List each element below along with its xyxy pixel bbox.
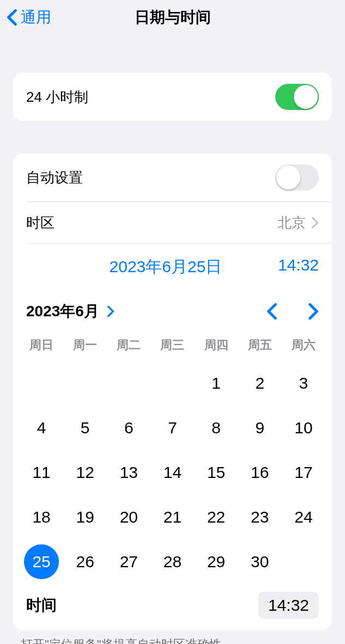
calendar-day[interactable]: 30: [238, 539, 282, 584]
calendar-empty-cell: [107, 361, 150, 406]
row-time-inline: 时间 14:32: [13, 590, 332, 630]
weekday-label: 周三: [150, 333, 194, 358]
calendar-day[interactable]: 13: [107, 450, 150, 495]
back-label: 通用: [21, 7, 51, 28]
calendar-day[interactable]: 10: [282, 406, 325, 450]
calendar-empty-cell: [20, 361, 63, 406]
calendar-day[interactable]: 5: [63, 406, 107, 450]
row-autoset: 自动设置: [13, 154, 332, 201]
calendar-day[interactable]: 16: [238, 450, 282, 495]
calendar-empty-cell: [63, 361, 107, 406]
row-timezone[interactable]: 时区 北京: [13, 202, 332, 243]
chevron-left-icon: [7, 9, 17, 26]
weekday-header: 周日周一周二周三周四周五周六: [13, 327, 332, 358]
row-24h: 24 小时制: [13, 73, 332, 121]
calendar-day[interactable]: 29: [195, 539, 238, 584]
calendar-day[interactable]: 21: [150, 495, 194, 539]
weekday-label: 周二: [107, 333, 150, 358]
row-selected-datetime: 2023年6月25日 14:32: [13, 244, 332, 288]
calendar-day[interactable]: 8: [195, 406, 238, 450]
selected-time-button[interactable]: 14:32: [278, 256, 319, 278]
calendar-grid: 1234567891011121314151617181920212223242…: [13, 358, 332, 590]
calendar-day[interactable]: 1: [195, 361, 238, 406]
calendar-day[interactable]: 26: [63, 539, 107, 584]
calendar-day[interactable]: 23: [238, 495, 282, 539]
calendar-day[interactable]: 15: [195, 450, 238, 495]
value-timezone: 北京: [277, 213, 319, 232]
settings-group-datetime: 自动设置 时区 北京 2023年6月25日 14:32 2023年6月 周日周一…: [13, 154, 332, 630]
page-title: 日期与时间: [0, 7, 345, 28]
calendar-day[interactable]: 22: [195, 495, 238, 539]
navbar: 通用 日期与时间: [0, 0, 345, 35]
month-label: 2023年6月: [26, 301, 99, 322]
weekday-label: 周日: [20, 333, 63, 358]
calendar-day[interactable]: 28: [150, 539, 194, 584]
calendar-day[interactable]: 24: [282, 495, 325, 539]
calendar-day[interactable]: 4: [20, 406, 63, 450]
calendar-empty-cell: [150, 361, 194, 406]
calendar-day[interactable]: 3: [282, 361, 325, 406]
selected-date-button[interactable]: 2023年6月25日: [53, 256, 278, 278]
calendar-day[interactable]: 6: [107, 406, 150, 450]
calendar-day[interactable]: 12: [63, 450, 107, 495]
weekday-label: 周四: [195, 333, 238, 358]
calendar-day[interactable]: 19: [63, 495, 107, 539]
settings-group-display: 24 小时制: [13, 73, 332, 121]
calendar-day[interactable]: 17: [282, 450, 325, 495]
calendar-day[interactable]: 11: [20, 450, 63, 495]
calendar-day[interactable]: 27: [107, 539, 150, 584]
calendar-day[interactable]: 14: [150, 450, 194, 495]
label-timezone: 时区: [26, 213, 55, 232]
calendar-day[interactable]: 20: [107, 495, 150, 539]
calendar-day[interactable]: 18: [20, 495, 63, 539]
weekday-label: 周一: [63, 333, 107, 358]
month-nav: [267, 303, 319, 320]
calendar-header: 2023年6月: [13, 288, 332, 327]
label-time-inline: 时间: [26, 595, 57, 616]
weekday-label: 周六: [282, 333, 325, 358]
label-autoset: 自动设置: [26, 168, 83, 187]
toggle-24h[interactable]: [275, 84, 319, 110]
weekday-label: 周五: [238, 333, 282, 358]
footer-note: 打开"定位服务"将提高自动时区准确性。: [0, 630, 345, 644]
back-button[interactable]: 通用: [0, 7, 51, 28]
month-picker-button[interactable]: 2023年6月: [26, 301, 114, 322]
time-chip-button[interactable]: 14:32: [258, 592, 319, 619]
label-24h: 24 小时制: [26, 88, 88, 107]
prev-month-button[interactable]: [267, 303, 277, 320]
calendar-day[interactable]: 9: [238, 406, 282, 450]
calendar-day[interactable]: 7: [150, 406, 194, 450]
toggle-autoset[interactable]: [275, 164, 319, 191]
next-month-button[interactable]: [308, 303, 319, 320]
timezone-text: 北京: [277, 213, 306, 232]
chevron-right-icon: [107, 305, 114, 317]
calendar-day[interactable]: 25: [20, 539, 63, 584]
calendar-day[interactable]: 2: [238, 361, 282, 406]
chevron-right-icon: [311, 217, 319, 229]
